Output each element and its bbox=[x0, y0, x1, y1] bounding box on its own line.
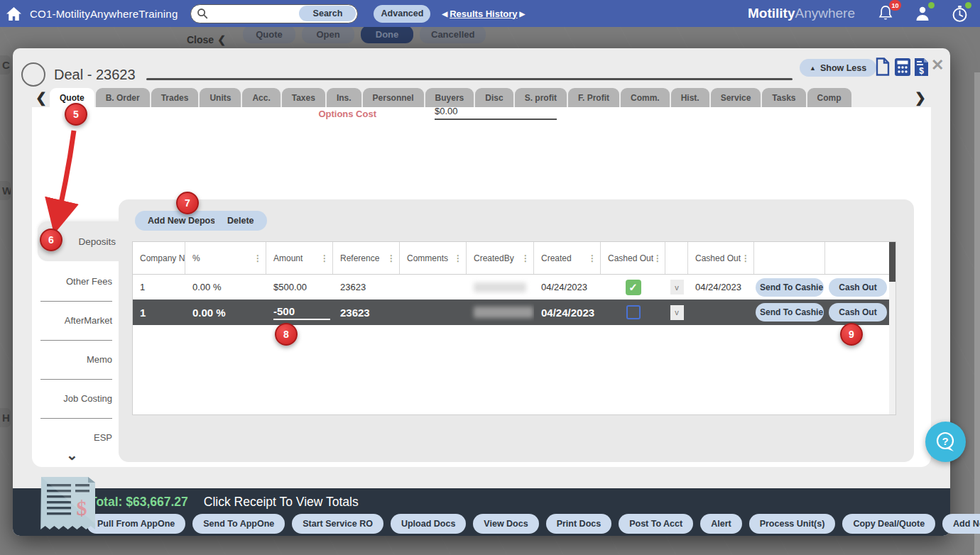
redacted-name bbox=[474, 307, 533, 318]
tab-units[interactable]: Units bbox=[200, 88, 241, 108]
cash-out-button[interactable]: Cash Out bbox=[829, 278, 887, 297]
column-header-reference[interactable]: Reference⋮ bbox=[333, 242, 400, 274]
amount-input[interactable] bbox=[273, 305, 330, 320]
dropdown-v-button[interactable]: v bbox=[670, 305, 684, 320]
cell-created-by bbox=[467, 275, 534, 300]
search-input[interactable] bbox=[208, 9, 299, 19]
options-cost-field[interactable] bbox=[435, 106, 557, 120]
add-note-button[interactable]: Add Note bbox=[942, 514, 980, 534]
tabs-scroll-left-icon[interactable]: ❮ bbox=[36, 89, 47, 106]
delete-deposit-button[interactable]: Delete bbox=[214, 211, 267, 231]
advanced-search-button[interactable]: Advanced bbox=[374, 5, 430, 23]
deal-avatar-circle bbox=[21, 62, 45, 87]
cash-out-button[interactable]: Cash Out bbox=[829, 303, 887, 322]
cell-send-action: Send To Cashie bbox=[754, 275, 825, 300]
column-menu-icon[interactable]: ⋮ bbox=[521, 253, 530, 263]
column-menu-icon[interactable]: ⋮ bbox=[741, 253, 750, 263]
global-search[interactable]: Search bbox=[190, 4, 358, 23]
checkbox-unchecked[interactable] bbox=[626, 305, 641, 319]
tabs-scroll-right-icon[interactable]: ❯ bbox=[915, 89, 926, 106]
column-menu-icon[interactable]: ⋮ bbox=[254, 253, 262, 263]
side-tab-job-costing[interactable]: Job Costing bbox=[38, 388, 112, 409]
cell-dropdown: v bbox=[665, 275, 688, 300]
document-button[interactable] bbox=[873, 57, 892, 77]
side-tabs-expand-icon[interactable]: ⌄ bbox=[66, 446, 78, 463]
cell-percent: 0.00 % bbox=[185, 300, 266, 325]
column-menu-icon[interactable]: ⋮ bbox=[320, 253, 329, 263]
annotation-step-9: 9 bbox=[840, 323, 863, 346]
tab-s-profit[interactable]: S. profit bbox=[515, 88, 567, 108]
copy-deal-quote-button[interactable]: Copy Deal/Quote bbox=[842, 514, 935, 534]
side-tab-memo[interactable]: Memo bbox=[38, 348, 112, 370]
start-service-ro-button[interactable]: Start Service RO bbox=[292, 514, 383, 534]
tab-taxes[interactable]: Taxes bbox=[282, 88, 325, 108]
column-menu-icon[interactable]: ⋮ bbox=[454, 253, 462, 263]
side-tab-other-fees[interactable]: Other Fees bbox=[38, 270, 112, 292]
send-to-cashier-button[interactable]: Send To Cashie bbox=[756, 278, 824, 297]
deposits-table-header: Company Num...⋮ %⋮ Amount⋮ Reference⋮ Co… bbox=[133, 242, 895, 275]
tab-buyers[interactable]: Buyers bbox=[425, 88, 474, 108]
receipt-totals-button[interactable]: $ bbox=[34, 474, 102, 537]
tab-disc[interactable]: Disc bbox=[475, 88, 513, 108]
alert-button[interactable]: Alert bbox=[700, 514, 741, 534]
column-header-comments[interactable]: Comments⋮ bbox=[400, 242, 467, 274]
invoice-dollar-icon: $ bbox=[914, 57, 929, 77]
tab-personnel[interactable]: Personnel bbox=[363, 88, 424, 108]
user-menu-button[interactable] bbox=[912, 3, 933, 24]
deposit-row-2-selected[interactable]: 1 0.00 % 23623 04/24/2023 v Send To Cash… bbox=[133, 300, 895, 325]
tab-comm[interactable]: Comm. bbox=[621, 88, 670, 108]
search-button[interactable]: Search bbox=[299, 6, 356, 21]
send-to-cashier-button[interactable]: Send To Cashie bbox=[756, 303, 824, 322]
invoice-button[interactable]: $ bbox=[912, 57, 930, 77]
help-button[interactable]: ? bbox=[925, 422, 966, 462]
tab-comp[interactable]: Comp bbox=[807, 88, 851, 108]
triangle-up-icon: ▲ bbox=[810, 65, 816, 72]
chevron-left-icon: ◀ bbox=[442, 10, 447, 18]
table-scrollbar[interactable] bbox=[889, 242, 895, 414]
time-clock-button[interactable] bbox=[949, 3, 970, 24]
column-header-company-number[interactable]: Company Num...⋮ bbox=[133, 242, 185, 274]
calculator-button[interactable] bbox=[893, 57, 912, 77]
dropdown-v-button[interactable]: v bbox=[670, 280, 684, 295]
checkbox-checked[interactable]: ✓ bbox=[626, 280, 641, 295]
deal-modal: Deal - 23623 ▲ Show Less $ ✕ ❮ Quote B. … bbox=[13, 48, 950, 536]
column-header-created[interactable]: Created⋮ bbox=[534, 242, 601, 274]
brand-logo: MotilityAnywhere bbox=[748, 6, 855, 21]
cell-reference: 23623 bbox=[333, 275, 400, 300]
column-header-blank bbox=[754, 242, 825, 274]
column-header-percent[interactable]: %⋮ bbox=[185, 242, 266, 274]
side-divider bbox=[40, 379, 112, 380]
column-menu-icon[interactable]: ⋮ bbox=[653, 253, 662, 263]
svg-text:$: $ bbox=[919, 65, 924, 75]
cell-company-number: 1 bbox=[133, 300, 185, 325]
view-docs-button[interactable]: View Docs bbox=[473, 514, 538, 534]
side-tab-aftermarket[interactable]: AfterMarket bbox=[38, 309, 112, 331]
process-units-button[interactable]: Process Unit(s) bbox=[749, 514, 836, 534]
deposit-row-1[interactable]: 1 0.00 % $500.00 23623 04/24/2023 ✓ v 04… bbox=[133, 275, 895, 300]
side-tab-esp[interactable]: ESP bbox=[38, 427, 112, 448]
column-menu-icon[interactable]: ⋮ bbox=[588, 253, 597, 263]
column-header-created-by[interactable]: CreatedBy⋮ bbox=[467, 242, 534, 274]
post-to-acct-button[interactable]: Post To Acct bbox=[619, 514, 693, 534]
notifications-button[interactable]: 10 bbox=[875, 3, 896, 24]
tab-tasks[interactable]: Tasks bbox=[762, 88, 805, 108]
column-header-cashed-out-date[interactable]: Cashed Out⋮ bbox=[688, 242, 754, 274]
column-header-amount[interactable]: Amount⋮ bbox=[266, 242, 333, 274]
tab-ins[interactable]: Ins. bbox=[327, 88, 361, 108]
column-menu-icon[interactable]: ⋮ bbox=[387, 253, 396, 263]
tab-service[interactable]: Service bbox=[711, 88, 761, 108]
tab-trades[interactable]: Trades bbox=[151, 88, 199, 108]
close-modal-button[interactable]: ✕ bbox=[931, 58, 944, 72]
print-docs-button[interactable]: Print Docs bbox=[546, 514, 612, 534]
tab-acc[interactable]: Acc. bbox=[242, 88, 280, 108]
cell-created: 04/24/2023 bbox=[534, 300, 601, 325]
send-to-appone-button[interactable]: Send To AppOne bbox=[192, 514, 285, 534]
home-button[interactable] bbox=[0, 0, 27, 27]
tab-f-profit[interactable]: F. Profit bbox=[568, 88, 619, 108]
upload-docs-button[interactable]: Upload Docs bbox=[391, 514, 466, 534]
show-less-button[interactable]: ▲ Show Less bbox=[800, 59, 876, 77]
column-header-cashed-out[interactable]: Cashed Out⋮ bbox=[601, 242, 665, 274]
results-history-link[interactable]: ◀ Results History ▶ bbox=[442, 9, 525, 19]
tab-hist[interactable]: Hist. bbox=[671, 88, 709, 108]
tab-b-order[interactable]: B. Order bbox=[96, 88, 150, 108]
